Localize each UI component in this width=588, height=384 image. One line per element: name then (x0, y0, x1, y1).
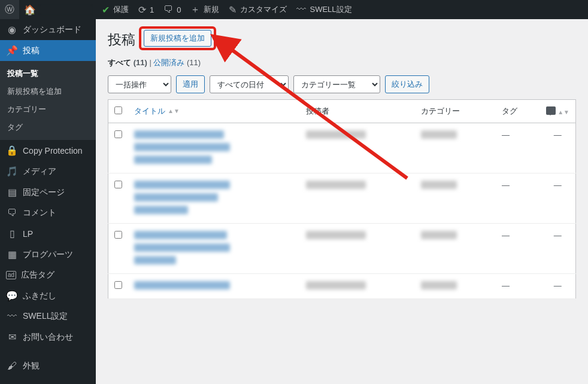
swell-setting-icon: 〰 (6, 311, 18, 322)
sort-icon: ▲▼ (557, 111, 569, 114)
swell-link[interactable]: 〰SWELL設定 (292, 0, 356, 19)
menu-comments[interactable]: 🗨コメント (0, 203, 96, 223)
wp-logo[interactable]: ⓦ (0, 0, 19, 19)
col-comments[interactable]: ▲▼ (540, 100, 576, 123)
menu-label: ふきだし (23, 291, 56, 301)
menu-media[interactable]: 🎵メディア (0, 161, 96, 182)
col-author: 投稿者 (300, 100, 414, 123)
col-title[interactable]: タイトル▲▼ (128, 100, 300, 123)
menu-posts[interactable]: 📌投稿 (0, 40, 96, 61)
filter-separator: | (149, 58, 151, 67)
cell-title[interactable] (128, 224, 300, 274)
date-filter-select[interactable]: すべての日付 (210, 75, 289, 93)
new-content[interactable]: ＋新規 (186, 0, 224, 19)
cell-author (300, 123, 414, 173)
cell-title[interactable] (128, 173, 300, 224)
menu-lp[interactable]: ▯LP (0, 223, 96, 244)
menu-ad-tag[interactable]: ad広告タグ (0, 265, 96, 285)
cell-tag: — (496, 274, 539, 299)
menu-blog-parts[interactable]: ▦ブログパーツ (0, 244, 96, 265)
mail-icon: ✉ (6, 331, 18, 343)
annotation-highlight: 新規投稿を追加 (139, 26, 216, 50)
cell-title[interactable] (128, 274, 300, 299)
site-name-blurred (40, 5, 92, 14)
shield-icon: ✔ (102, 4, 110, 16)
swell-label: SWELL設定 (310, 4, 351, 15)
cell-comments: — (540, 123, 576, 173)
content-area: 投稿 新規投稿を追加 すべて (11) | 公開済み (11) 一括操作 適用 … (96, 19, 588, 384)
ad-icon: ad (6, 271, 16, 279)
updates-count: 1 (150, 5, 154, 14)
menu-label: 固定ページ (23, 187, 65, 198)
submenu-all-posts[interactable]: 投稿一覧 (0, 65, 96, 83)
cell-comments: — (540, 224, 576, 274)
bulk-action-select[interactable]: 一括操作 (108, 75, 171, 93)
sort-icon: ▲▼ (168, 109, 180, 113)
swell-icon: 〰 (296, 4, 306, 15)
admin-sidebar: ◉ダッシュボード 📌投稿 投稿一覧 新規投稿を追加 カテゴリー タグ 🔒Copy… (0, 19, 96, 384)
category-filter-select[interactable]: カテゴリー一覧 (293, 75, 380, 93)
apply-button[interactable]: 適用 (176, 75, 205, 93)
menu-label: LP (23, 229, 33, 239)
document-icon: ▯ (6, 228, 18, 239)
cell-tag: — (496, 123, 539, 173)
admin-toolbar: ⓦ 🏠 ✔保護 ⟳1 🗨0 ＋新規 ✎カスタマイズ 〰SWELL設定 (0, 0, 588, 19)
menu-label: お問い合わせ (23, 332, 73, 343)
menu-label: 広告タグ (21, 270, 54, 281)
comments-link[interactable]: 🗨0 (159, 0, 186, 19)
cell-title[interactable] (128, 123, 300, 173)
filter-button[interactable]: 絞り込み (385, 75, 429, 93)
row-checkbox[interactable] (114, 130, 122, 138)
posts-table: タイトル▲▼ 投稿者 カテゴリー タグ ▲▼ — — — (108, 99, 576, 299)
col-category: カテゴリー (415, 100, 496, 123)
menu-dashboard[interactable]: ◉ダッシュボード (0, 19, 96, 40)
tablenav-top: 一括操作 適用 すべての日付 カテゴリー一覧 絞り込み (108, 75, 576, 93)
submenu-new-post[interactable]: 新規投稿を追加 (0, 83, 96, 100)
menu-contact[interactable]: ✉お問い合わせ (0, 327, 96, 348)
comments-icon (546, 106, 556, 115)
cell-category (415, 274, 496, 299)
cell-comments: — (540, 173, 576, 224)
updates-link[interactable]: ⟳1 (134, 0, 159, 19)
wordpress-icon: ⓦ (5, 4, 14, 16)
lock-icon: 🔒 (6, 145, 18, 156)
speech-icon: 💬 (6, 290, 18, 301)
menu-label: 投稿 (23, 45, 40, 56)
row-checkbox[interactable] (114, 281, 122, 289)
cell-comments: — (540, 274, 576, 299)
table-row: — — (108, 123, 576, 173)
brush-icon: ✎ (229, 4, 237, 16)
menu-label: 外観 (23, 361, 40, 371)
cell-category (415, 123, 496, 173)
cell-author (300, 274, 414, 299)
row-checkbox[interactable] (114, 231, 122, 239)
filter-all[interactable]: すべて (11) (108, 58, 147, 67)
site-home[interactable]: 🏠 (19, 0, 97, 19)
menu-copy-protection[interactable]: 🔒Copy Protection (0, 140, 96, 161)
submenu-tags[interactable]: タグ (0, 118, 96, 136)
media-icon: 🎵 (6, 166, 18, 177)
menu-swell[interactable]: 〰SWELL設定 (0, 306, 96, 327)
submenu-categories[interactable]: カテゴリー (0, 100, 96, 118)
comments-count: 0 (177, 5, 181, 14)
filter-published[interactable]: 公開済み (11) (153, 58, 201, 67)
new-label: 新規 (204, 4, 219, 15)
menu-label: SWELL設定 (23, 311, 68, 322)
menu-appearance[interactable]: 🖌外観 (0, 356, 96, 376)
add-new-button[interactable]: 新規投稿を追加 (144, 30, 211, 47)
dashboard-icon: ◉ (6, 24, 18, 35)
protect-link[interactable]: ✔保護 (97, 0, 134, 19)
col-tag: タグ (496, 100, 539, 123)
menu-pages[interactable]: ▤固定ページ (0, 182, 96, 203)
row-checkbox[interactable] (114, 181, 122, 188)
menu-balloon[interactable]: 💬ふきだし (0, 285, 96, 306)
select-all-checkbox[interactable] (114, 106, 122, 114)
menu-label: Copy Protection (23, 146, 83, 156)
customize-link[interactable]: ✎カスタマイズ (224, 0, 292, 19)
page-icon: ▤ (6, 187, 18, 198)
plus-icon: ＋ (190, 4, 200, 16)
status-filters: すべて (11) | 公開済み (11) (108, 57, 576, 68)
appearance-icon: 🖌 (6, 361, 18, 371)
submenu-posts: 投稿一覧 新規投稿を追加 カテゴリー タグ (0, 61, 96, 140)
grid-icon: ▦ (6, 249, 18, 260)
